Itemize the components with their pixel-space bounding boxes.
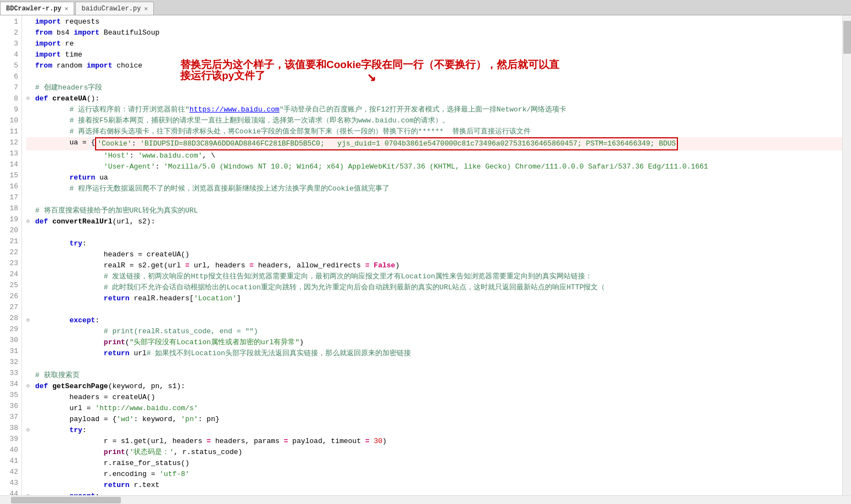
code-line-27: ⊝ except: (26, 315, 842, 326)
editor-container: BDCrawler-r.py ✕ baiduCrawler.py ✕ 1 2 3… (0, 0, 851, 504)
code-line-37: ⊝ try: (26, 425, 842, 436)
code-line-19: ⊝ def convertRealUrl(url, s2): (26, 216, 842, 227)
code-line-25: return realR.headers['Location'] (26, 293, 842, 304)
code-line-8: ⊝ def createUA(): (26, 93, 842, 104)
code-line-5: from random import choice 替换完后为这个样子，该值要和… (26, 60, 842, 71)
code-line-35: url = 'http://www.baidu.com/s' (26, 403, 842, 414)
code-line-6: 接运行该py文件了 ↘ (26, 71, 842, 82)
code-line-42: return r.text (26, 480, 842, 491)
code-line-18: # 将百度搜索链接给予的加密URL转化为真实的URL (26, 205, 842, 216)
code-line-40: r.raise_for_status() (26, 458, 842, 469)
tab-baiducrawler[interactable]: baiduCrawler.py ✕ (75, 2, 154, 15)
code-line-22: headers = createUA() (26, 249, 842, 260)
fold-icon-37[interactable]: ⊝ (26, 425, 34, 433)
fold-icon-43[interactable]: ⊝ (26, 491, 34, 495)
code-line-24: # 此时我们不允许会话自动根据给出的Location重定向跳转，因为允许重定向后… (26, 282, 842, 293)
code-line-7: # 创建headers字段 (26, 82, 842, 93)
code-line-13: 'Host': 'www.baidu.com', \ (26, 150, 842, 161)
scrollbar-right[interactable] (842, 15, 851, 495)
code-line-32: # 获取搜索页 (26, 370, 842, 381)
code-line-39: print('状态码是：', r.status_code) (26, 447, 842, 458)
fold-icon-8[interactable]: ⊝ (26, 93, 34, 101)
tab-bar: BDCrawler-r.py ✕ baiduCrawler.py ✕ (0, 0, 851, 15)
fold-icon-27[interactable]: ⊝ (26, 315, 34, 323)
code-line-28: # print(realR.status_code, end = "") (26, 326, 842, 337)
fold-icon-19[interactable]: ⊝ (26, 216, 34, 224)
scrollbar-thumb[interactable] (843, 21, 851, 54)
code-line-16: # 程序运行无数据返回爬不了的时候，浏览器直接刷新继续按上述方法换字典里的Coo… (26, 183, 842, 194)
tab-baiducrawler-label: baiduCrawler.py (81, 5, 141, 13)
code-line-38: r = s1.get(url, headers = headers, param… (26, 436, 842, 447)
tab-baiducrawler-close[interactable]: ✕ (144, 5, 148, 12)
code-line-20 (26, 227, 842, 238)
code-line-9: # 运行该程序前：请打开浏览器前往"https://www.baidu.com"… (26, 104, 842, 115)
code-line-26 (26, 304, 842, 315)
annotation-arrow: ↘ (367, 71, 376, 82)
code-line-4: import time (26, 49, 842, 60)
code-line-23: # 发送链接，初两次响应的Http报文往往告知浏览器需要重定向，最初两次的响应报… (26, 271, 842, 282)
code-line-1: import requests (26, 16, 842, 27)
tab-bdcrawler-close[interactable]: ✕ (65, 5, 69, 12)
code-line-41: r.encoding = 'utf-8' (26, 469, 842, 480)
code-line-21: try: (26, 238, 842, 249)
code-content[interactable]: import requests from bs4 import Beautifu… (22, 15, 842, 495)
bottom-scrollbar[interactable] (0, 495, 851, 504)
code-line-30: return url# 如果找不到Location头部字段就无法返回真实链接，那… (26, 348, 842, 359)
code-line-29: print("头部字段没有Location属性或者加密的url有异常") (26, 337, 842, 348)
code-line-11: # 再选择右侧标头选项卡，往下滑到请求标头处，将Cookie字段的值全部复制下来… (26, 126, 842, 137)
code-line-15: return ua (26, 172, 842, 183)
code-line-36: payload = {'wd': keyword, 'pn': pn} (26, 414, 842, 425)
line-numbers: 1 2 3 4 5 6 7 8 9 10 11 12 13 14 15 16 1… (0, 15, 22, 495)
code-line-22b: realR = s2.get(url = url, headers = head… (26, 260, 842, 271)
fold-icon-33[interactable]: ⊝ (26, 381, 34, 389)
code-line-10: # 接着按F5刷新本网页，捕获到的请求里一直往上翻到最顶端，选择第一次请求（即名… (26, 115, 842, 126)
code-line-43: ⊝ except: (26, 491, 842, 495)
code-line-3: import re (26, 38, 842, 49)
annotation-line2: 接运行该py文件了 (180, 70, 265, 81)
code-line-14: 'User-Agent': 'Mozilla/5.0 (Windows NT 1… (26, 161, 842, 172)
code-area: 1 2 3 4 5 6 7 8 9 10 11 12 13 14 15 16 1… (0, 15, 851, 495)
code-line-33: ⊝ def getSearchPage(keyword, pn, s1): (26, 381, 842, 392)
h-scrollbar-thumb[interactable] (11, 497, 121, 503)
tab-bdcrawler-label: BDCrawler-r.py (6, 5, 62, 13)
code-line-2: from bs4 import BeautifulSoup (26, 27, 842, 38)
code-line-34: headers = createUA() (26, 392, 842, 403)
red-box-cookie: 'Cookie': 'BIDUPSID=88D3C89A6DD0AD8846FC… (95, 137, 678, 150)
code-line-17 (26, 194, 842, 205)
tab-bdcrawler[interactable]: BDCrawler-r.py ✕ (0, 2, 74, 15)
code-line-31 (26, 359, 842, 370)
code-line-12: ua = {'Cookie': 'BIDUPSID=88D3C89A6DD0AD… (26, 137, 842, 150)
h-scrollbar-track[interactable] (0, 496, 851, 504)
annotation-line1: 替换完后为这个样子，该值要和Cookie字段在同一行（不要换行），然后就可以直 (180, 59, 559, 70)
